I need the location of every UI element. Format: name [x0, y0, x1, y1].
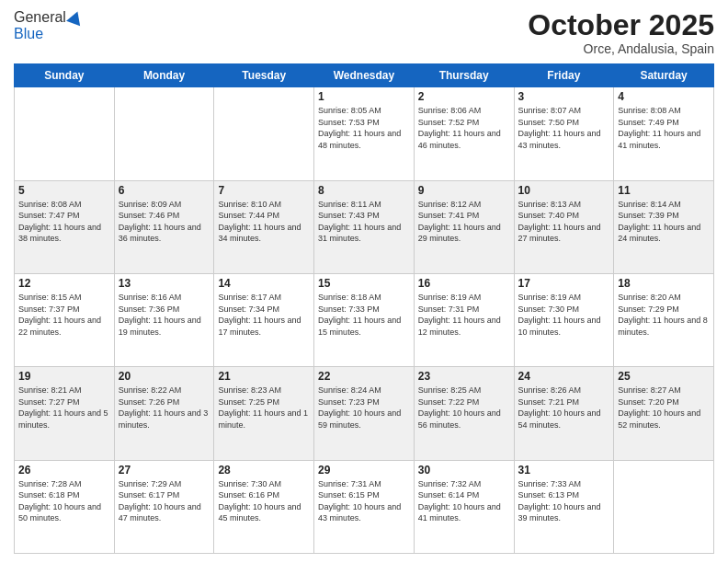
logo-blue-text: Blue	[14, 26, 43, 42]
day-number: 9	[418, 184, 510, 197]
day-number: 7	[218, 184, 310, 197]
day-number: 20	[119, 370, 210, 383]
day-number: 24	[518, 370, 610, 383]
day-info: Sunrise: 8:20 AM Sunset: 7:29 PM Dayligh…	[618, 292, 710, 338]
day-number: 18	[618, 277, 710, 290]
day-info: Sunrise: 7:31 AM Sunset: 6:15 PM Dayligh…	[318, 478, 410, 524]
day-number: 12	[18, 277, 110, 290]
day-number: 6	[119, 184, 210, 197]
day-info: Sunrise: 7:29 AM Sunset: 6:17 PM Dayligh…	[119, 478, 210, 524]
day-info: Sunrise: 8:22 AM Sunset: 7:26 PM Dayligh…	[119, 385, 210, 431]
table-row	[114, 87, 214, 180]
table-row: 12Sunrise: 8:15 AM Sunset: 7:37 PM Dayli…	[15, 273, 115, 366]
day-number: 30	[418, 464, 510, 477]
table-row: 9Sunrise: 8:12 AM Sunset: 7:41 PM Daylig…	[414, 180, 514, 273]
day-info: Sunrise: 8:17 AM Sunset: 7:34 PM Dayligh…	[218, 292, 310, 338]
col-friday: Friday	[514, 64, 614, 87]
table-row: 11Sunrise: 8:14 AM Sunset: 7:39 PM Dayli…	[614, 180, 714, 273]
day-number: 8	[318, 184, 410, 197]
day-number: 21	[218, 370, 310, 383]
table-row: 2Sunrise: 8:06 AM Sunset: 7:52 PM Daylig…	[414, 87, 514, 180]
table-row	[15, 87, 115, 180]
col-thursday: Thursday	[414, 64, 514, 87]
table-row: 8Sunrise: 8:11 AM Sunset: 7:43 PM Daylig…	[314, 180, 415, 273]
table-row: 25Sunrise: 8:27 AM Sunset: 7:20 PM Dayli…	[614, 367, 714, 460]
table-row: 23Sunrise: 8:25 AM Sunset: 7:22 PM Dayli…	[414, 367, 514, 460]
day-number: 27	[119, 464, 210, 477]
table-row: 30Sunrise: 7:32 AM Sunset: 6:14 PM Dayli…	[414, 460, 514, 553]
calendar-table: Sunday Monday Tuesday Wednesday Thursday…	[14, 63, 714, 554]
table-row: 13Sunrise: 8:16 AM Sunset: 7:36 PM Dayli…	[114, 273, 214, 366]
day-info: Sunrise: 8:27 AM Sunset: 7:20 PM Dayligh…	[618, 385, 710, 431]
table-row	[214, 87, 314, 180]
calendar-week-3: 12Sunrise: 8:15 AM Sunset: 7:37 PM Dayli…	[15, 273, 714, 366]
calendar-week-4: 19Sunrise: 8:21 AM Sunset: 7:27 PM Dayli…	[15, 367, 714, 460]
day-info: Sunrise: 8:06 AM Sunset: 7:52 PM Dayligh…	[418, 105, 510, 151]
day-number: 16	[418, 277, 510, 290]
table-row: 16Sunrise: 8:19 AM Sunset: 7:31 PM Dayli…	[414, 273, 514, 366]
table-row: 21Sunrise: 8:23 AM Sunset: 7:25 PM Dayli…	[214, 367, 314, 460]
day-number: 1	[318, 90, 410, 103]
day-number: 10	[518, 184, 610, 197]
table-row: 29Sunrise: 7:31 AM Sunset: 6:15 PM Dayli…	[314, 460, 415, 553]
day-info: Sunrise: 7:30 AM Sunset: 6:16 PM Dayligh…	[218, 478, 310, 524]
table-row: 10Sunrise: 8:13 AM Sunset: 7:40 PM Dayli…	[514, 180, 614, 273]
table-row: 19Sunrise: 8:21 AM Sunset: 7:27 PM Dayli…	[15, 367, 115, 460]
day-info: Sunrise: 8:19 AM Sunset: 7:30 PM Dayligh…	[518, 292, 610, 338]
day-info: Sunrise: 8:13 AM Sunset: 7:40 PM Dayligh…	[518, 199, 610, 245]
table-row: 26Sunrise: 7:28 AM Sunset: 6:18 PM Dayli…	[15, 460, 115, 553]
col-wednesday: Wednesday	[314, 64, 415, 87]
table-row: 20Sunrise: 8:22 AM Sunset: 7:26 PM Dayli…	[114, 367, 214, 460]
col-saturday: Saturday	[614, 64, 714, 87]
day-info: Sunrise: 8:08 AM Sunset: 7:49 PM Dayligh…	[618, 105, 710, 151]
table-row	[614, 460, 714, 553]
day-info: Sunrise: 8:21 AM Sunset: 7:27 PM Dayligh…	[18, 385, 110, 431]
col-tuesday: Tuesday	[214, 64, 314, 87]
table-row: 31Sunrise: 7:33 AM Sunset: 6:13 PM Dayli…	[514, 460, 614, 553]
col-sunday: Sunday	[15, 64, 115, 87]
day-number: 5	[18, 184, 110, 197]
month-title: October 2025	[528, 9, 714, 41]
day-number: 29	[318, 464, 410, 477]
day-number: 17	[518, 277, 610, 290]
day-number: 26	[18, 464, 110, 477]
day-number: 25	[618, 370, 710, 383]
table-row: 14Sunrise: 8:17 AM Sunset: 7:34 PM Dayli…	[214, 273, 314, 366]
day-info: Sunrise: 8:07 AM Sunset: 7:50 PM Dayligh…	[518, 105, 610, 151]
day-info: Sunrise: 8:23 AM Sunset: 7:25 PM Dayligh…	[218, 385, 310, 431]
day-info: Sunrise: 7:28 AM Sunset: 6:18 PM Dayligh…	[18, 478, 110, 524]
table-row: 18Sunrise: 8:20 AM Sunset: 7:29 PM Dayli…	[614, 273, 714, 366]
day-info: Sunrise: 8:05 AM Sunset: 7:53 PM Dayligh…	[318, 105, 410, 151]
table-row: 27Sunrise: 7:29 AM Sunset: 6:17 PM Dayli…	[114, 460, 214, 553]
day-number: 28	[218, 464, 310, 477]
day-number: 14	[218, 277, 310, 290]
day-info: Sunrise: 8:15 AM Sunset: 7:37 PM Dayligh…	[18, 292, 110, 338]
table-row: 22Sunrise: 8:24 AM Sunset: 7:23 PM Dayli…	[314, 367, 415, 460]
day-number: 31	[518, 464, 610, 477]
day-info: Sunrise: 7:33 AM Sunset: 6:13 PM Dayligh…	[518, 478, 610, 524]
table-row: 4Sunrise: 8:08 AM Sunset: 7:49 PM Daylig…	[614, 87, 714, 180]
day-number: 11	[618, 184, 710, 197]
day-number: 13	[119, 277, 210, 290]
calendar-week-2: 5Sunrise: 8:08 AM Sunset: 7:47 PM Daylig…	[15, 180, 714, 273]
page: General Blue October 2025 Orce, Andalusi…	[0, 0, 728, 563]
day-number: 3	[518, 90, 610, 103]
day-info: Sunrise: 8:10 AM Sunset: 7:44 PM Dayligh…	[218, 199, 310, 245]
table-row: 5Sunrise: 8:08 AM Sunset: 7:47 PM Daylig…	[15, 180, 115, 273]
day-info: Sunrise: 8:12 AM Sunset: 7:41 PM Dayligh…	[418, 199, 510, 245]
table-row: 15Sunrise: 8:18 AM Sunset: 7:33 PM Dayli…	[314, 273, 415, 366]
day-info: Sunrise: 8:14 AM Sunset: 7:39 PM Dayligh…	[618, 199, 710, 245]
table-row: 6Sunrise: 8:09 AM Sunset: 7:46 PM Daylig…	[114, 180, 214, 273]
day-info: Sunrise: 8:09 AM Sunset: 7:46 PM Dayligh…	[119, 199, 210, 245]
day-number: 23	[418, 370, 510, 383]
logo: General Blue	[14, 9, 83, 42]
day-info: Sunrise: 8:25 AM Sunset: 7:22 PM Dayligh…	[418, 385, 510, 431]
table-row: 7Sunrise: 8:10 AM Sunset: 7:44 PM Daylig…	[214, 180, 314, 273]
table-row: 3Sunrise: 8:07 AM Sunset: 7:50 PM Daylig…	[514, 87, 614, 180]
calendar-week-5: 26Sunrise: 7:28 AM Sunset: 6:18 PM Dayli…	[15, 460, 714, 553]
table-row: 28Sunrise: 7:30 AM Sunset: 6:16 PM Dayli…	[214, 460, 314, 553]
table-row: 1Sunrise: 8:05 AM Sunset: 7:53 PM Daylig…	[314, 87, 415, 180]
day-info: Sunrise: 8:11 AM Sunset: 7:43 PM Dayligh…	[318, 199, 410, 245]
day-info: Sunrise: 8:16 AM Sunset: 7:36 PM Dayligh…	[119, 292, 210, 338]
day-info: Sunrise: 8:26 AM Sunset: 7:21 PM Dayligh…	[518, 385, 610, 431]
